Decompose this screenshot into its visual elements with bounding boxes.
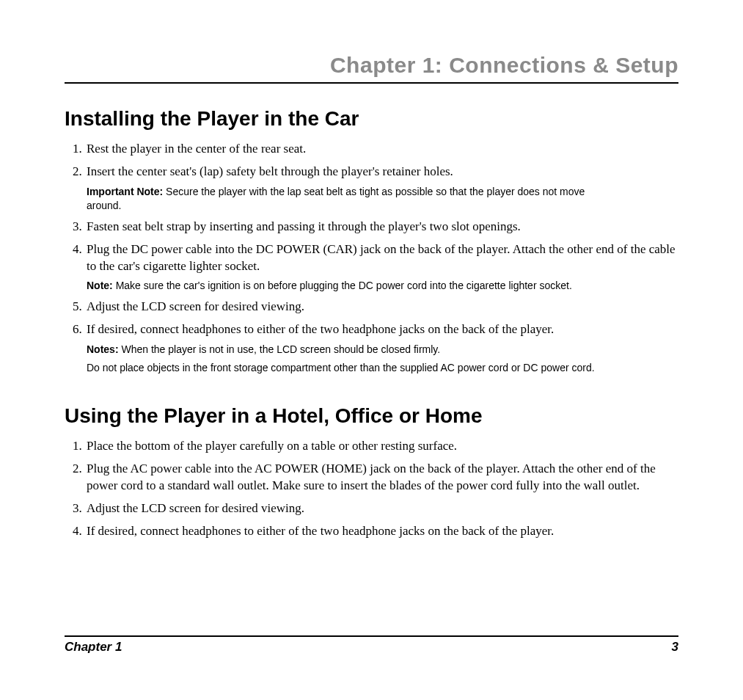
- section-title-using: Using the Player in a Hotel, Office or H…: [65, 404, 678, 428]
- note-label: Note:: [87, 280, 113, 291]
- step-text: Plug the AC power cable into the AC POWE…: [87, 462, 656, 492]
- step-text: Place the bottom of the player carefully…: [87, 439, 457, 453]
- note: Note: Make sure the car's ignition is on…: [87, 279, 615, 293]
- list-item: Plug the DC power cable into the DC POWE…: [85, 241, 678, 294]
- note-label: Important Note:: [87, 186, 163, 197]
- list-item: Fasten seat belt strap by inserting and …: [85, 219, 678, 236]
- notes: Notes: When the player is not in use, th…: [87, 343, 615, 357]
- footer-chapter-label: Chapter 1: [65, 640, 122, 655]
- page-footer: Chapter 1 3: [65, 635, 678, 655]
- list-item: Insert the center seat's (lap) safety be…: [85, 164, 678, 213]
- note-text: When the player is not in use, the LCD s…: [119, 343, 441, 355]
- list-item: If desired, connect headphones to either…: [85, 523, 678, 540]
- section-title-installing: Installing the Player in the Car: [65, 107, 678, 131]
- list-item: Adjust the LCD screen for desired viewin…: [85, 500, 678, 517]
- list-item: Plug the AC power cable into the AC POWE…: [85, 461, 678, 495]
- step-text: If desired, connect headphones to either…: [87, 524, 554, 538]
- note-label: Notes:: [87, 343, 119, 355]
- step-text: Insert the center seat's (lap) safety be…: [87, 164, 453, 178]
- list-item: Adjust the LCD screen for desired viewin…: [85, 299, 678, 316]
- installing-steps-list: Rest the player in the center of the rea…: [65, 141, 678, 375]
- step-text: Adjust the LCD screen for desired viewin…: [87, 501, 304, 515]
- list-item: Rest the player in the center of the rea…: [85, 141, 678, 158]
- note-text: Make sure the car's ignition is on befor…: [113, 280, 572, 291]
- important-note: Important Note: Secure the player with t…: [87, 185, 615, 213]
- chapter-header: Chapter 1: Connections & Setup: [65, 53, 678, 84]
- list-item: If desired, connect headphones to either…: [85, 321, 678, 375]
- using-steps-list: Place the bottom of the player carefully…: [65, 438, 678, 540]
- footer-page-number: 3: [672, 640, 678, 655]
- note-extra: Do not place objects in the front storag…: [87, 361, 615, 375]
- list-item: Place the bottom of the player carefully…: [85, 438, 678, 455]
- step-text: Fasten seat belt strap by inserting and …: [87, 219, 521, 233]
- step-text: If desired, connect headphones to either…: [87, 322, 554, 336]
- step-text: Plug the DC power cable into the DC POWE…: [87, 242, 676, 273]
- section-using: Using the Player in a Hotel, Office or H…: [65, 404, 678, 540]
- step-text: Adjust the LCD screen for desired viewin…: [87, 299, 304, 313]
- step-text: Rest the player in the center of the rea…: [87, 142, 306, 156]
- document-page: Chapter 1: Connections & Setup Installin…: [0, 0, 743, 700]
